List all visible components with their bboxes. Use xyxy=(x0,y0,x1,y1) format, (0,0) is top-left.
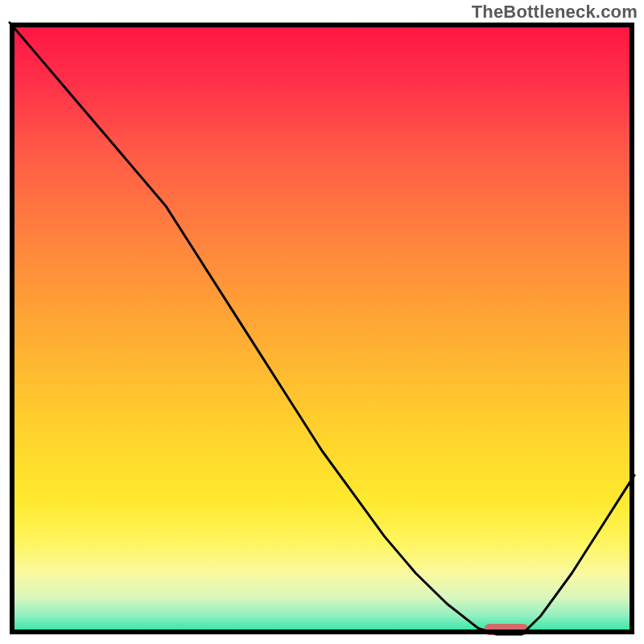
plot-area xyxy=(10,23,634,635)
gradient-background xyxy=(10,23,634,634)
watermark-text: TheBottleneck.com xyxy=(472,2,638,23)
chart-frame: TheBottleneck.com xyxy=(0,0,644,644)
bottleneck-chart xyxy=(0,0,644,644)
